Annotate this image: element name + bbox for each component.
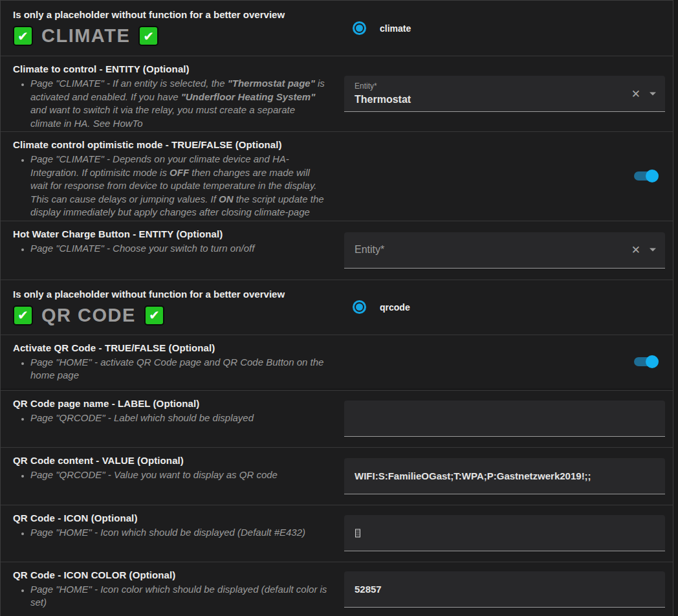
field-description: Page "CLIMATE" - If an entity is selecte…: [30, 77, 327, 130]
config-row-qrcode-header: Is only a placeholder without function f…: [1, 280, 673, 335]
optimistic-mode-toggle[interactable]: [634, 171, 655, 181]
select-label: Entity*: [355, 244, 384, 256]
check-emoji-icon: ✔: [13, 26, 33, 46]
config-row-optimistic-mode: Climate control optimistic mode - TRUE/F…: [1, 131, 673, 221]
qr-icon-input[interactable]: [344, 515, 665, 551]
activate-qrcode-toggle[interactable]: [634, 357, 655, 366]
section-placeholder-note: Is only a placeholder without function f…: [13, 8, 334, 21]
qr-content-input[interactable]: [344, 458, 665, 494]
config-row-qr-icon-color: QR Code - ICON COLOR (Optional) Page "HO…: [1, 562, 673, 616]
field-label: Climate to control - ENTITY (Optional): [13, 63, 334, 75]
entity-select-hot-water[interactable]: Entity* ✕: [344, 232, 665, 269]
section-heading-text: QR CODE: [41, 305, 136, 326]
field-description: Page "CLIMATE" - Choose your switch to t…: [30, 242, 327, 256]
field-label: Hot Water Charge Button - ENTITY (Option…: [13, 228, 334, 240]
clear-icon[interactable]: ✕: [631, 88, 640, 99]
qrcode-radio-label: qrcode: [380, 302, 410, 313]
config-row-hot-water-entity: Hot Water Charge Button - ENTITY (Option…: [1, 221, 673, 280]
field-description: Page "HOME" - Icon which should be displ…: [30, 526, 327, 540]
select-label: Entity*: [355, 82, 377, 91]
field-label: QR Code page name - LABEL (Optional): [13, 397, 334, 410]
qr-page-name-input[interactable]: [344, 401, 665, 437]
chevron-down-icon[interactable]: [650, 92, 656, 95]
field-label: Climate control optimistic mode - TRUE/F…: [13, 138, 334, 151]
climate-radio[interactable]: [353, 21, 366, 35]
section-heading-climate: ✔ CLIMATE ✔: [13, 25, 334, 47]
field-description: Page "CLIMATE" - Depends on your climate…: [30, 153, 327, 219]
check-emoji-icon: ✔: [13, 305, 33, 325]
config-row-qr-content: QR Code content - VALUE (Optional) Page …: [1, 447, 673, 505]
select-value: Thermostat: [355, 94, 411, 105]
qr-icon-color-input[interactable]: [344, 571, 665, 608]
section-placeholder-note: Is only a placeholder without function f…: [13, 288, 334, 300]
field-description: Page "HOME" - activate QR Code page and …: [30, 356, 327, 382]
field-label: QR Code - ICON COLOR (Optional): [13, 569, 334, 581]
config-row-climate-entity: Climate to control - ENTITY (Optional) P…: [1, 56, 673, 131]
field-label: QR Code content - VALUE (Optional): [13, 454, 334, 467]
field-description: Page "QRCODE" - Label which should be di…: [30, 412, 327, 425]
field-label: QR Code - ICON (Optional): [13, 512, 334, 524]
missing-glyph-icon: [355, 529, 360, 537]
blueprint-config-panel: Is only a placeholder without function f…: [0, 0, 673, 616]
section-heading-text: CLIMATE: [41, 25, 130, 47]
check-emoji-icon: ✔: [144, 305, 164, 325]
chevron-down-icon[interactable]: [650, 248, 656, 252]
config-row-qr-page-name: QR Code page name - LABEL (Optional) Pag…: [1, 391, 673, 447]
config-row-activate-qrcode: Activate QR Code - TRUE/FALSE (Optional)…: [1, 335, 673, 388]
config-row-qr-icon: QR Code - ICON (Optional) Page "HOME" - …: [1, 505, 673, 562]
check-emoji-icon: ✔: [138, 26, 159, 46]
section-heading-qrcode: ✔ QR CODE ✔: [13, 305, 334, 326]
field-label: Activate QR Code - TRUE/FALSE (Optional): [13, 342, 334, 354]
field-description: Page "HOME" - Icon color which should be…: [30, 583, 327, 610]
entity-select-climate[interactable]: Entity* Thermostat ✕: [344, 76, 665, 112]
config-row-climate-header: Is only a placeholder without function f…: [1, 1, 673, 56]
clear-icon[interactable]: ✕: [631, 245, 640, 256]
qrcode-radio[interactable]: [353, 300, 366, 314]
climate-radio-label: climate: [380, 23, 411, 34]
field-description: Page "QRCODE" - Value you want to displa…: [30, 468, 327, 482]
